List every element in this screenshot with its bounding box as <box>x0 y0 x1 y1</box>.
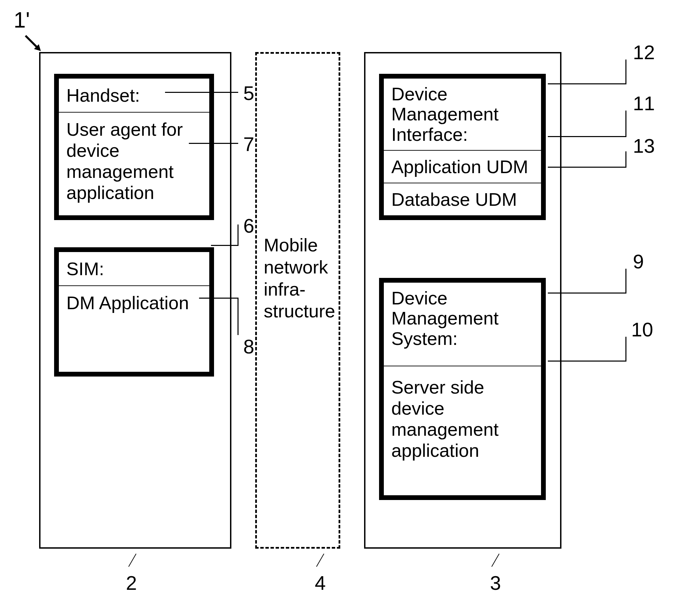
callout-7: 7 <box>243 133 254 155</box>
leader-9h <box>548 293 626 294</box>
leader-9v <box>625 269 626 294</box>
leader-8v <box>238 298 239 335</box>
dms-title: Device Management System: <box>384 283 541 366</box>
label-1-prime: 1' <box>14 7 30 33</box>
leader-10v <box>625 337 626 362</box>
dms-body: Server side device management applicatio… <box>384 366 541 495</box>
callout-9: 9 <box>633 250 644 273</box>
handset-body: User agent for device management applica… <box>59 113 209 215</box>
handset-title: Handset: <box>59 79 209 113</box>
column-client: Handset: User agent for device managemen… <box>39 52 231 549</box>
leader-7 <box>189 143 238 144</box>
leader-6v <box>238 224 239 246</box>
box-device-management-system: Device Management System: Server side de… <box>379 278 546 500</box>
callout-12: 12 <box>633 41 655 64</box>
leader-5 <box>165 92 238 93</box>
callout-5: 5 <box>243 82 254 104</box>
callout-13: 13 <box>633 134 655 157</box>
callout-6: 6 <box>243 214 254 237</box>
leader-13h <box>548 167 626 168</box>
column-server: Device Management Interface: Application… <box>364 52 561 549</box>
slash-2 <box>128 553 136 567</box>
network-text: Mobile network infra-structure <box>264 234 335 322</box>
callout-3: 3 <box>490 571 501 594</box>
callout-10: 10 <box>631 318 653 341</box>
leader-12v <box>625 60 626 84</box>
sim-body: DM Application <box>59 286 209 319</box>
box-device-management-interface: Device Management Interface: Application… <box>379 74 546 220</box>
callout-2: 2 <box>126 571 137 594</box>
leader-13v <box>625 151 626 168</box>
leader-12h <box>548 83 626 84</box>
callout-8: 8 <box>243 335 254 358</box>
callout-11: 11 <box>633 92 655 115</box>
dmi-app-udm: Application UDM <box>384 151 541 183</box>
svg-line-0 <box>26 36 38 48</box>
diagram-root: 1' Handset: User agent for device manage… <box>0 0 687 616</box>
leader-10h <box>548 361 626 362</box>
slash-3 <box>491 553 500 567</box>
leader-6 <box>211 245 238 246</box>
dmi-db-udm: Database UDM <box>384 183 541 215</box>
box-sim: SIM: DM Application <box>54 247 214 377</box>
sim-title: SIM: <box>59 252 209 286</box>
slash-4 <box>316 553 324 567</box>
leader-11v <box>625 111 626 137</box>
callout-4: 4 <box>315 571 326 594</box>
column-network: Mobile network infra-structure <box>255 52 340 549</box>
box-handset: Handset: User agent for device managemen… <box>54 74 214 220</box>
leader-11h <box>548 136 626 137</box>
leader-8 <box>199 298 238 299</box>
dmi-title: Device Management Interface: <box>384 79 541 151</box>
arrow-1-prime-icon <box>24 34 44 54</box>
